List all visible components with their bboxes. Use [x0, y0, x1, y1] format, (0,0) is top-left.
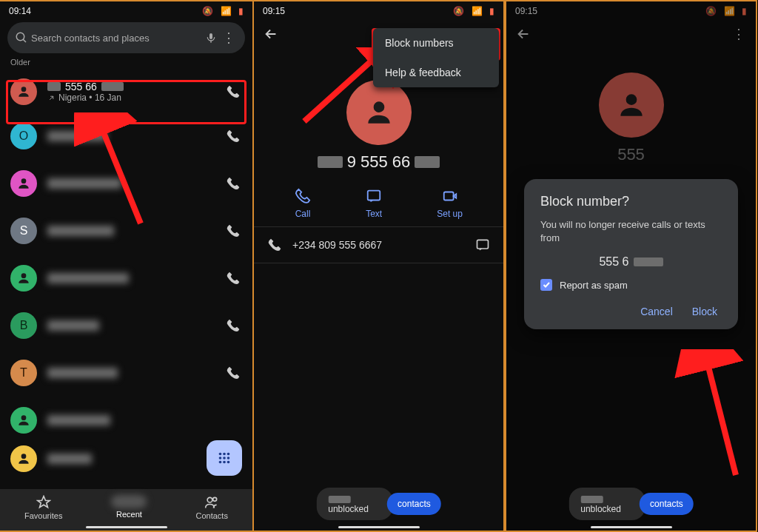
svg-rect-23 — [443, 192, 453, 201]
svg-rect-24 — [477, 240, 489, 249]
svg-line-1 — [23, 39, 26, 42]
nav-recent[interactable]: Recent — [111, 495, 147, 520]
battery-icon: ▮ — [489, 6, 494, 16]
mic-icon[interactable] — [205, 32, 221, 44]
svg-point-13 — [223, 457, 226, 459]
avatar — [10, 265, 37, 292]
recent-call-row[interactable] — [0, 397, 252, 444]
recent-call-row[interactable]: B — [0, 302, 252, 349]
menu-block-numbers[interactable]: Block numbers — [373, 28, 499, 58]
block-dialog: Block number? You will no longer receive… — [524, 179, 738, 329]
svg-point-7 — [21, 415, 27, 420]
call-button[interactable]: Call — [295, 188, 311, 219]
recent-call-row[interactable] — [0, 255, 252, 302]
report-spam-checkbox[interactable]: Report as spam — [540, 279, 722, 291]
phone-detail-row[interactable]: +234 809 555 6667 — [254, 227, 503, 263]
gesture-bar — [591, 526, 672, 528]
svg-point-4 — [21, 87, 27, 92]
phone-icon[interactable] — [226, 84, 242, 99]
status-time: 09:14 — [9, 6, 31, 16]
svg-rect-22 — [368, 191, 380, 201]
checkbox-icon — [540, 279, 552, 291]
phone-icon[interactable] — [226, 366, 242, 380]
signal-icon: 📶 — [472, 6, 483, 16]
search-placeholder: Search contacts and places — [31, 33, 205, 44]
svg-point-10 — [223, 453, 226, 456]
phone-icon[interactable] — [226, 223, 242, 238]
text-button[interactable]: Text — [366, 188, 382, 219]
signal-icon: 📶 — [221, 6, 232, 16]
contact-detail-screen: 09:15 🔕 📶 ▮ Block numbers Help & feedbac… — [252, 0, 505, 532]
snackbar: unblocked contacts — [568, 488, 694, 520]
snackbar: unblocked contacts — [316, 488, 441, 520]
section-label: Older — [10, 58, 242, 67]
recent-call-row[interactable]: O — [0, 112, 252, 160]
svg-point-0 — [16, 33, 24, 41]
svg-rect-2 — [209, 33, 212, 39]
menu-help-feedback[interactable]: Help & feedback — [373, 58, 499, 87]
status-icons: 🔕 📶 ▮ — [198, 6, 244, 16]
nav-contacts[interactable]: Contacts — [196, 495, 228, 520]
avatar — [10, 445, 37, 472]
search-bar[interactable]: Search contacts and places ⋮ — [7, 22, 245, 53]
svg-point-11 — [227, 453, 230, 456]
recents-screen: 09:14 🔕 📶 ▮ Search contacts and places ⋮… — [0, 0, 252, 532]
phone-icon[interactable] — [226, 318, 242, 333]
svg-point-15 — [219, 461, 222, 464]
battery-icon: ▮ — [238, 6, 244, 16]
phone-icon[interactable] — [226, 176, 242, 191]
status-icons: 🔕 📶 ▮ — [449, 6, 494, 16]
back-icon[interactable] — [263, 26, 279, 42]
avatar — [10, 78, 37, 105]
phone-icon[interactable] — [226, 271, 242, 286]
cancel-button[interactable]: Cancel — [640, 306, 673, 317]
recent-call-row[interactable]: 555 66 Nigeria • 16 Jan — [0, 71, 252, 112]
dnd-icon: 🔕 — [453, 6, 464, 16]
snackbar-text: unblocked — [316, 488, 393, 520]
svg-point-8 — [21, 454, 27, 459]
recent-call-row[interactable] — [0, 160, 252, 207]
svg-point-12 — [219, 457, 222, 459]
dialog-title: Block number? — [540, 194, 722, 209]
status-bar: 09:14 🔕 📶 ▮ — [0, 1, 252, 18]
status-time: 09:15 — [263, 6, 285, 16]
bottom-nav: Favourites Recent Contacts — [0, 489, 252, 531]
gesture-bar — [338, 526, 420, 528]
dnd-icon: 🔕 — [202, 6, 213, 16]
avatar: B — [10, 312, 37, 339]
message-icon[interactable] — [475, 238, 490, 252]
dialog-actions: Cancel Block — [540, 298, 722, 320]
overflow-menu: Block numbers Help & feedback — [373, 28, 499, 87]
svg-point-9 — [219, 453, 222, 456]
row-subline: Nigeria • 16 Jan — [47, 92, 226, 103]
block-button[interactable]: Block — [692, 306, 717, 317]
svg-point-14 — [227, 457, 230, 459]
avatar: O — [10, 123, 37, 149]
gesture-bar — [86, 526, 167, 528]
svg-point-6 — [21, 273, 27, 278]
status-bar: 09:15 🔕 📶 ▮ — [254, 1, 503, 18]
svg-point-21 — [373, 101, 384, 112]
recent-call-row[interactable]: T — [0, 349, 252, 397]
nav-favourites[interactable]: Favourites — [24, 495, 62, 520]
snackbar-text: unblocked — [568, 488, 645, 520]
phone-icon — [267, 238, 282, 252]
block-dialog-screen: 09:15 🔕 📶 ▮ ⋮ 555 Block number? You will… — [505, 0, 757, 532]
avatar: S — [10, 218, 37, 244]
snackbar-action[interactable]: contacts — [640, 493, 694, 515]
recent-call-row[interactable]: S — [0, 207, 252, 255]
avatar — [10, 407, 37, 434]
phone-number: +234 809 555 6667 — [292, 239, 465, 251]
recents-list: 555 66 Nigeria • 16 Jan O S — [0, 70, 252, 475]
svg-point-5 — [21, 178, 27, 183]
svg-point-17 — [227, 461, 230, 464]
snackbar-action[interactable]: contacts — [387, 493, 441, 515]
phone-icon[interactable] — [226, 129, 242, 144]
setup-button[interactable]: Set up — [437, 188, 463, 219]
more-icon[interactable]: ⋮ — [221, 30, 238, 46]
dialpad-fab[interactable] — [207, 440, 242, 476]
search-icon — [15, 31, 31, 44]
row-number: 555 66 — [47, 81, 226, 92]
avatar: T — [10, 360, 37, 386]
svg-point-19 — [213, 497, 217, 501]
